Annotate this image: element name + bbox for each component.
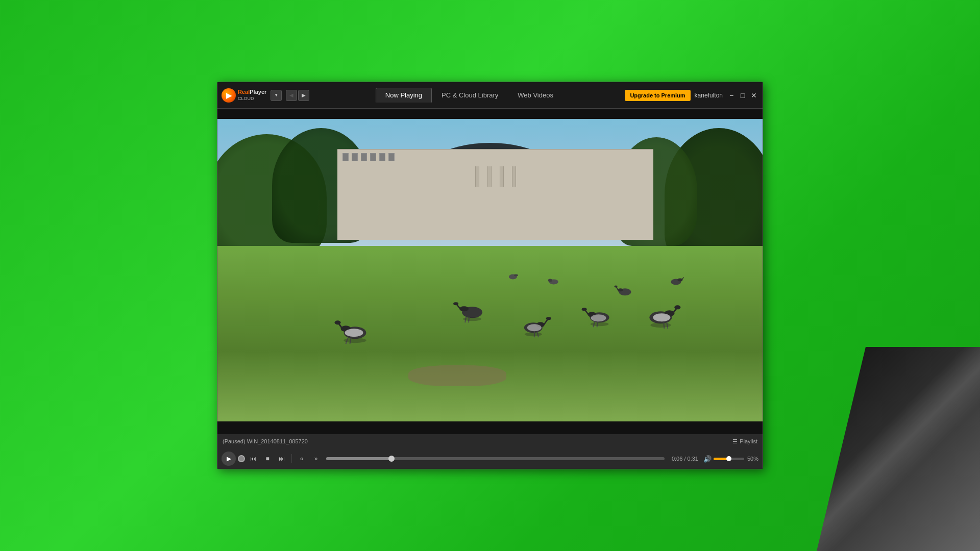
title-bar: ▶ RealPlayer CLOUD ▼ ◀ ▶ Now Playing PC … <box>217 82 763 109</box>
fast-forward-button[interactable]: » <box>310 453 322 465</box>
upgrade-button[interactable]: Upgrade to Premium <box>625 90 690 101</box>
header-right: Upgrade to Premium kanefulton − □ ✕ <box>625 90 758 101</box>
volume-thumb <box>726 456 731 461</box>
volume-area: 🔊 50% <box>703 455 758 463</box>
realplayer-logo-icon: ▶ <box>222 88 236 103</box>
status-text: (Paused) WIN_20140811_085720 <box>223 438 732 444</box>
close-button[interactable]: ✕ <box>749 91 758 100</box>
current-time: 0:06 <box>672 456 682 462</box>
separator-1 <box>291 454 292 463</box>
bottom-decorative-band <box>217 421 763 434</box>
top-decorative-band <box>217 109 763 119</box>
video-overlay <box>217 119 763 421</box>
back-button[interactable]: ◀ <box>286 90 297 101</box>
play-button[interactable]: ▶ <box>222 452 236 466</box>
tab-now-playing[interactable]: Now Playing <box>376 88 432 103</box>
stop-button[interactable]: ■ <box>261 453 274 465</box>
record-button[interactable] <box>238 455 245 462</box>
video-content <box>217 119 763 421</box>
maximize-button[interactable]: □ <box>738 91 747 100</box>
menu-dropdown-button[interactable]: ▼ <box>271 90 282 101</box>
volume-percent: 50% <box>747 456 758 462</box>
volume-icon[interactable]: 🔊 <box>703 455 712 463</box>
playlist-label: Playlist <box>740 438 757 444</box>
main-tabs: Now Playing PC & Cloud Library Web Video… <box>313 88 625 103</box>
status-bar: (Paused) WIN_20140811_085720 ☰ Playlist <box>217 434 763 448</box>
window-controls: − □ ✕ <box>727 91 758 100</box>
next-button[interactable]: ⏭ <box>276 453 288 465</box>
controls-bar: ▶ ⏮ ■ ⏭ « » 0:06 / 0:31 🔊 <box>217 448 763 469</box>
video-area[interactable] <box>217 119 763 421</box>
username-label: kanefulton <box>695 92 723 99</box>
total-time: 0:31 <box>688 456 698 462</box>
logo-text: RealPlayer CLOUD <box>238 89 266 102</box>
playlist-icon: ☰ <box>732 438 738 445</box>
previous-button[interactable]: ⏮ <box>247 453 259 465</box>
progress-bar[interactable] <box>326 457 665 460</box>
minimize-button[interactable]: − <box>727 91 736 100</box>
rewind-button[interactable]: « <box>296 453 308 465</box>
progress-thumb <box>388 456 395 462</box>
player-window: ▶ RealPlayer CLOUD ▼ ◀ ▶ Now Playing PC … <box>217 82 763 469</box>
volume-bar[interactable] <box>714 458 744 460</box>
playlist-button[interactable]: ☰ Playlist <box>732 438 757 445</box>
logo-area: ▶ RealPlayer CLOUD ▼ <box>222 88 282 103</box>
tab-web-videos[interactable]: Web Videos <box>508 88 563 103</box>
tab-pc-cloud-library[interactable]: PC & Cloud Library <box>432 88 508 103</box>
volume-filled <box>714 458 729 460</box>
progress-filled <box>326 457 391 460</box>
forward-button[interactable]: ▶ <box>298 90 309 101</box>
time-display: 0:06 / 0:31 <box>672 456 698 462</box>
nav-arrows: ◀ ▶ <box>286 90 309 101</box>
